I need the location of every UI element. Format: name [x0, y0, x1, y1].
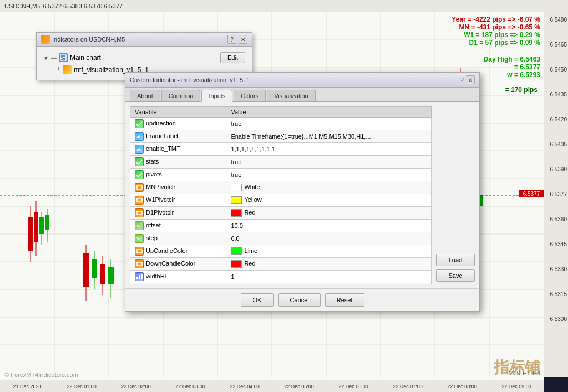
indicator-icon	[63, 65, 72, 74]
dialog-help-btn[interactable]: ?	[460, 77, 464, 83]
time-2: 22 Dec 02:00	[109, 384, 163, 389]
dialog-controls: ? ✕	[460, 75, 475, 84]
table-row[interactable]: DownCandleColorRed	[130, 258, 432, 271]
tab-about[interactable]: About	[130, 90, 160, 101]
tabs-container: About Common Inputs Colors Visualization	[125, 88, 479, 102]
cell-variable: D1Pivotclr	[130, 207, 226, 220]
cell-value: White	[226, 181, 432, 194]
main-chart-icon	[59, 53, 68, 62]
edit-button[interactable]: Edit	[220, 52, 245, 63]
price-6534: 6.5345	[550, 241, 567, 247]
cell-variable: widthOC	[130, 283, 226, 284]
table-row[interactable]: D1PivotclrRed	[130, 207, 432, 220]
table-row[interactable]: widthHL1	[130, 271, 432, 283]
stats-overlay: Year = -4222 pips => -6.07 % MN = -431 p…	[452, 16, 540, 47]
svg-rect-68	[136, 277, 138, 279]
stat-line2: w = 6.5293	[484, 71, 540, 79]
indicators-help-btn[interactable]: ?	[227, 35, 236, 44]
table-row[interactable]: updirectiontrue	[130, 118, 432, 130]
price-6546: 6.5465	[550, 42, 567, 48]
table-row[interactable]: Veoffset10.0	[130, 220, 432, 232]
table-row[interactable]: abFrameLabelEnable Timeframe:{1=true}...…	[130, 130, 432, 143]
tree-indicator-dash: └	[57, 67, 60, 73]
top-bar: USDCNH,M5 6.5372 6.5383 6.5370 6.5377	[0, 0, 544, 12]
watermark: © ForexMT4Indicators.com	[4, 371, 78, 378]
reset-button[interactable]: Reset	[325, 293, 364, 307]
main-chart-label: Main chart	[70, 54, 218, 62]
table-row[interactable]: abenable_TMF1,1,1,1,1,1,1,1,1	[130, 143, 432, 156]
symbol-info: USDCNH,M5	[4, 3, 40, 9]
time-0: 21 Dec 2020	[0, 384, 54, 389]
tab-common[interactable]: Common	[161, 90, 201, 101]
time-8: 22 Dec 08:00	[435, 384, 489, 389]
time-9: 22 Dec 09:00	[489, 384, 544, 389]
day-high: Day High = 6.5463	[484, 55, 540, 63]
dialog-titlebar: Custom Indicator - mtf_visualization_v1_…	[125, 73, 479, 88]
cell-value: Yellow	[226, 194, 432, 207]
stat-d1: D1 = 57 pips => 0.09 %	[452, 39, 540, 47]
custom-indicator-dialog: Custom Indicator - mtf_visualization_v1_…	[125, 72, 480, 312]
stat-mn: MN = -431 pips => -0.65 %	[452, 23, 540, 31]
pips-170: = 170 pips	[505, 86, 537, 94]
table-section: Variable Value updirectiontrueabFrameLab…	[125, 102, 479, 288]
stat-w1: W1 = 187 pips => 0.29 %	[452, 31, 540, 39]
price-6537: 6.5377	[550, 191, 567, 197]
tab-visualization[interactable]: Visualization	[267, 90, 316, 101]
cell-variable: MNPivotclr	[130, 181, 226, 194]
current-price: 6.5377	[523, 191, 540, 197]
price-6536: 6.5360	[550, 216, 567, 222]
table-row[interactable]: W1PivotclrYellow	[130, 194, 432, 207]
table-row[interactable]: Vestep6.0	[130, 232, 432, 245]
cancel-button[interactable]: Cancel	[278, 293, 321, 307]
cell-variable: abFrameLabel	[130, 130, 226, 143]
price-6548: 6.5480	[550, 17, 567, 23]
dialog-close-btn[interactable]: ✕	[466, 75, 475, 84]
price-6533: 6.5330	[550, 266, 567, 272]
indicators-titlebar: Indicators on USDCNH,M5 ? ✕	[37, 33, 252, 47]
time-6: 22 Dec 06:00	[326, 384, 381, 389]
header-value: Value	[226, 107, 432, 118]
cell-value: Red	[226, 207, 432, 220]
table-row[interactable]: UpCandleColorLime	[130, 245, 432, 258]
table-row[interactable]: widthOC5	[130, 283, 432, 284]
header-variable: Variable	[130, 107, 226, 118]
cell-value: Lime	[226, 245, 432, 258]
cell-value: Enable Timeframe:{1=true}...M1,M5,M15,M3…	[226, 130, 432, 143]
stat-year: Year = -4222 pips => -6.07 %	[452, 16, 540, 23]
price-axis: 6.5480 6.5465 6.5450 6.5435 6.5420 6.540…	[544, 0, 568, 377]
svg-rect-49	[83, 253, 89, 287]
cell-variable: Vestep	[130, 232, 226, 245]
table-row[interactable]: MNPivotclrWhite	[130, 181, 432, 194]
price-6539: 6.5390	[550, 166, 567, 172]
cell-variable: UpCandleColor	[130, 245, 226, 258]
svg-rect-22	[28, 217, 33, 251]
cell-value: 1,1,1,1,1,1,1,1,1	[226, 143, 432, 156]
tab-inputs[interactable]: Inputs	[201, 90, 232, 102]
cell-value: 5	[226, 283, 432, 284]
side-buttons: Load Save	[436, 106, 475, 284]
price-6543: 6.5435	[550, 91, 567, 98]
indicators-close-btn[interactable]: ✕	[239, 35, 247, 44]
cell-variable: Veoffset	[130, 220, 226, 232]
cell-value: true	[226, 118, 432, 130]
table-row[interactable]: pivotstrue	[130, 169, 432, 181]
ok-button[interactable]: OK	[241, 293, 274, 307]
cell-variable: abenable_TMF	[130, 143, 226, 156]
cell-value: 10.0	[226, 220, 432, 232]
save-button[interactable]: Save	[436, 269, 475, 282]
load-button[interactable]: Load	[436, 254, 475, 266]
time-5: 22 Dec 05:00	[272, 384, 326, 389]
main-chart-item[interactable]: ▼ — Main chart Edit	[41, 51, 247, 64]
svg-rect-53	[100, 264, 105, 284]
dialog-title: Custom Indicator - mtf_visualization_v1_…	[130, 77, 250, 83]
svg-rect-24	[34, 212, 38, 242]
table-row[interactable]: statstrue	[130, 156, 432, 169]
cell-variable: stats	[130, 156, 226, 169]
price-6540: 6.5405	[550, 141, 567, 147]
dialog-footer: OK Cancel Reset	[125, 288, 479, 311]
svg-rect-26	[39, 217, 44, 234]
svg-rect-55	[108, 267, 114, 284]
tab-colors[interactable]: Colors	[234, 90, 266, 101]
svg-rect-70	[141, 274, 143, 279]
cell-value: true	[226, 169, 432, 181]
